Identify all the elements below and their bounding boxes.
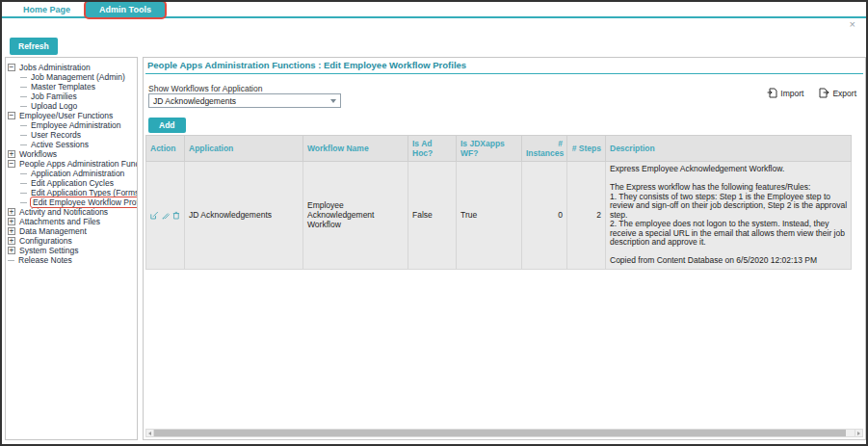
refresh-button[interactable]: Refresh xyxy=(10,38,58,55)
admin-window: Home Page Admin Tools × Refresh −Jobs Ad… xyxy=(0,0,868,446)
export-button[interactable]: Export xyxy=(819,88,856,98)
add-button[interactable]: Add xyxy=(148,118,186,133)
tree-connector xyxy=(20,96,27,97)
sidebar-item-people-apps-admin-functions[interactable]: −People Apps Administration Functions xyxy=(8,159,135,169)
navigation-tree: −Jobs Administration Job Management (Adm… xyxy=(5,57,138,440)
tree-connector xyxy=(20,193,27,194)
column-header-action: Action xyxy=(146,136,185,162)
sidebar-item-label: Data Management xyxy=(18,226,88,236)
tree-connector xyxy=(20,106,27,107)
expand-icon[interactable]: + xyxy=(8,237,15,245)
close-icon[interactable]: × xyxy=(850,19,855,30)
description-cell: Express Employee Acknowledgement Workflo… xyxy=(606,162,852,270)
page-title: People Apps Administration Functions : E… xyxy=(145,59,863,74)
sign-steps-icon[interactable] xyxy=(162,210,171,221)
instances-cell: 0 xyxy=(522,162,567,270)
sidebar-item-upload-logo[interactable]: Upload Logo xyxy=(8,101,135,111)
application-select[interactable]: JD Acknowledgements xyxy=(148,93,341,108)
sidebar-item-label: Job Families xyxy=(30,92,78,101)
expand-icon[interactable]: + xyxy=(8,218,15,225)
tab-bar: Home Page Admin Tools xyxy=(2,2,866,18)
sidebar-item-application-administration[interactable]: Application Administration xyxy=(8,169,135,178)
tree-connector xyxy=(20,87,27,88)
sidebar-item-label: Release Notes xyxy=(17,255,73,265)
import-button[interactable]: Import xyxy=(767,88,803,98)
sidebar-item-job-families[interactable]: Job Families xyxy=(8,92,135,101)
sidebar-item-employee-user-functions[interactable]: −Employee/User Functions xyxy=(8,111,135,120)
sidebar-item-label: Job Management (Admin) xyxy=(30,72,126,82)
sidebar-item-label: Application Administration xyxy=(30,169,125,178)
sidebar-item-attachments-and-files[interactable]: +Attachments and Files xyxy=(8,217,135,226)
sidebar-item-label: System Settings xyxy=(18,246,79,255)
expand-icon[interactable]: + xyxy=(8,247,15,254)
sidebar-item-label: People Apps Administration Functions xyxy=(18,159,138,169)
scroll-right-icon xyxy=(857,432,860,435)
table-row: JD Acknowledgements Employee Acknowledge… xyxy=(146,162,852,270)
column-header-is-ad-hoc: Is Ad Hoc? xyxy=(408,136,457,162)
export-label: Export xyxy=(832,89,856,98)
import-label: Import xyxy=(780,89,803,98)
sidebar-item-activity-and-notifications[interactable]: +Activity and Notifications xyxy=(8,207,135,217)
sidebar-item-label: Attachments and Files xyxy=(18,217,101,226)
scrollbar-thumb[interactable] xyxy=(154,430,846,436)
workflow-name-cell: Employee Acknowledgement Workflow xyxy=(303,162,408,270)
application-cell: JD Acknowledgements xyxy=(185,162,303,270)
sidebar-item-label: Edit Application Cycles xyxy=(30,178,115,188)
sidebar-item-active-sessions[interactable]: Active Sessions xyxy=(8,140,135,149)
expand-icon[interactable]: + xyxy=(8,227,15,235)
sidebar-item-user-records[interactable]: User Records xyxy=(8,130,135,140)
sidebar-item-workflows[interactable]: +Workflows xyxy=(8,149,135,159)
sidebar-item-release-notes[interactable]: Release Notes xyxy=(8,255,135,265)
sidebar-item-label: Activity and Notifications xyxy=(18,207,109,217)
edit-icon[interactable] xyxy=(150,210,159,221)
scroll-right-button[interactable] xyxy=(855,429,863,437)
sidebar-item-data-management[interactable]: +Data Management xyxy=(8,226,135,236)
column-header-description: Description xyxy=(606,136,852,162)
tree-connector xyxy=(20,125,27,126)
sidebar-item-label: Employee Administration xyxy=(30,120,122,130)
scroll-left-icon xyxy=(148,432,151,435)
tree-connector xyxy=(8,260,14,261)
tree-connector xyxy=(20,77,27,78)
sidebar-item-master-templates[interactable]: Master Templates xyxy=(8,82,135,92)
import-icon xyxy=(767,88,777,98)
tab-home-page[interactable]: Home Page xyxy=(23,5,70,14)
main-panel: People Apps Administration Functions : E… xyxy=(143,57,866,440)
collapse-icon[interactable]: − xyxy=(8,112,15,119)
column-header-workflow-name: Workflow Name xyxy=(303,136,408,162)
sidebar-item-employee-administration[interactable]: Employee Administration xyxy=(8,120,135,130)
sidebar-item-edit-application-cycles[interactable]: Edit Application Cycles xyxy=(8,178,135,188)
sidebar-item-label: User Records xyxy=(30,130,82,140)
collapse-icon[interactable]: − xyxy=(8,64,15,71)
delete-icon[interactable] xyxy=(172,210,180,221)
sidebar-item-edit-employee-workflow-profiles[interactable]: Edit Employee Workflow Profiles xyxy=(8,197,135,207)
column-header-is-jdxapps-wf: Is JDXapps WF? xyxy=(457,136,522,162)
sidebar-item-job-management[interactable]: Job Management (Admin) xyxy=(8,72,135,82)
tree-connector xyxy=(20,135,27,136)
tree-connector xyxy=(20,144,27,145)
tree-connector xyxy=(20,173,27,174)
sidebar-item-label: Configurations xyxy=(18,236,73,246)
import-export-toolbar: Import Export xyxy=(767,88,856,98)
workflow-table: Action Application Workflow Name Is Ad H… xyxy=(145,135,852,270)
scrollbar-track[interactable] xyxy=(154,429,855,437)
sidebar-item-configurations[interactable]: +Configurations xyxy=(8,236,135,246)
steps-cell: 2 xyxy=(567,162,606,270)
expand-icon[interactable]: + xyxy=(8,208,15,216)
is-ad-hoc-cell: False xyxy=(408,162,457,270)
collapse-icon[interactable]: − xyxy=(8,160,15,168)
tab-admin-tools[interactable]: Admin Tools xyxy=(86,2,165,17)
expand-icon[interactable]: + xyxy=(8,150,15,158)
sidebar-item-label: Active Sessions xyxy=(30,140,90,149)
sidebar-item-system-settings[interactable]: +System Settings xyxy=(8,246,135,255)
is-jdxapps-wf-cell: True xyxy=(457,162,522,270)
sidebar-item-label: Upload Logo xyxy=(30,101,78,111)
sidebar-item-label: Jobs Administration xyxy=(18,63,92,72)
sidebar-item-label: Employee/User Functions xyxy=(18,111,114,120)
horizontal-scrollbar[interactable] xyxy=(145,429,863,437)
sidebar-item-label: Master Templates xyxy=(30,82,96,92)
export-icon xyxy=(819,88,829,98)
sidebar-item-jobs-administration[interactable]: −Jobs Administration xyxy=(8,63,135,72)
chevron-down-icon xyxy=(330,99,336,103)
scroll-left-button[interactable] xyxy=(145,429,154,437)
